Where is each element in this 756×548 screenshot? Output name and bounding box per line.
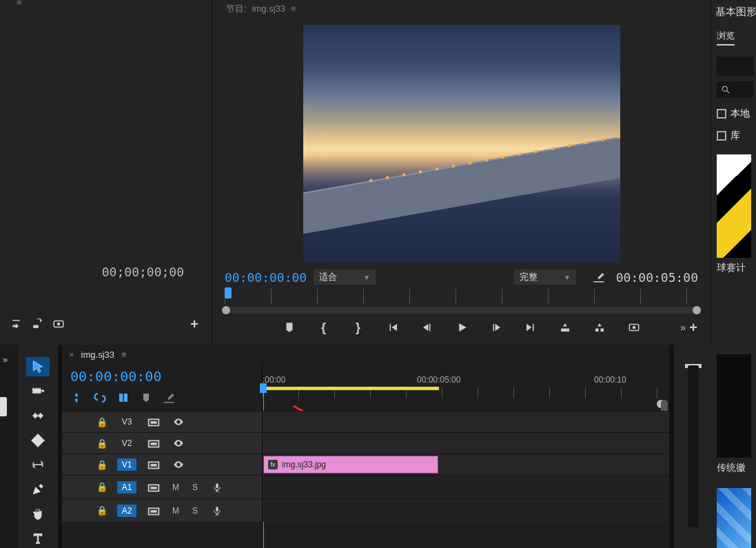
sync-lock-icon[interactable]	[146, 481, 161, 494]
svg-rect-12	[32, 434, 45, 447]
export-frame-icon[interactable]	[48, 314, 69, 334]
clip-imgsj33[interactable]: fx img.sj33.jpg	[263, 456, 438, 474]
timeline-ruler[interactable]: :00:00 00:00:05:00 00:00:10	[262, 364, 669, 411]
zoom-fit-dropdown[interactable]: 适合 ▼	[314, 270, 376, 285]
lock-icon[interactable]: 🔒	[96, 505, 108, 516]
template-thumbnail-3[interactable]	[717, 488, 751, 548]
template-thumbnail-1[interactable]	[717, 154, 751, 258]
mute-button[interactable]: M	[171, 506, 181, 516]
track-header-v1[interactable]: 🔒 V1	[62, 454, 262, 475]
play-icon[interactable]	[451, 317, 472, 338]
track-label-a1[interactable]: A1	[117, 481, 136, 494]
panel-menu-icon[interactable]: ≡	[17, 0, 22, 8]
step-forward-icon[interactable]	[486, 317, 507, 338]
export-frame-icon[interactable]	[624, 317, 644, 338]
insert-icon[interactable]	[7, 314, 28, 334]
resolution-dropdown[interactable]: 完整 ▼	[514, 270, 576, 285]
add-marker-icon[interactable]	[117, 392, 130, 406]
mark-in-icon[interactable]	[279, 317, 300, 338]
work-area-bar[interactable]	[263, 387, 439, 390]
overwrite-icon[interactable]	[28, 314, 48, 334]
timeline-current-timecode[interactable]: 00:00:00:00	[70, 368, 254, 385]
pen-tool[interactable]	[26, 480, 50, 499]
source-timecode[interactable]: 00;00;00;00	[0, 265, 212, 279]
program-time-ruler[interactable]	[225, 289, 698, 304]
timeline-marker-icon[interactable]	[141, 392, 152, 405]
lock-icon[interactable]: 🔒	[96, 438, 108, 449]
track-label-v1[interactable]: V1	[117, 458, 136, 471]
sequence-tab-close-icon[interactable]: ×	[69, 349, 74, 360]
sequence-tab-menu-icon[interactable]: ≡	[121, 349, 127, 360]
track-header-a2[interactable]: 🔒 A2 M S	[62, 499, 262, 522]
track-visibility-icon[interactable]	[171, 437, 186, 449]
voiceover-record-icon[interactable]	[210, 505, 225, 517]
track-visibility-icon[interactable]	[171, 458, 186, 471]
program-duration-timecode[interactable]: 00:00:05:00	[616, 270, 698, 285]
sync-lock-icon[interactable]	[146, 458, 161, 471]
graphics-search-input[interactable]	[717, 81, 753, 98]
track-body-v3[interactable]	[262, 412, 669, 432]
sync-lock-icon[interactable]	[146, 505, 161, 517]
sync-lock-icon[interactable]	[146, 416, 161, 428]
program-preview[interactable]	[212, 22, 711, 265]
track-header-v3[interactable]: 🔒 V3	[62, 412, 262, 432]
selection-tool[interactable]	[26, 357, 50, 376]
sequence-tab-name[interactable]: img.sj33	[81, 349, 114, 360]
voiceover-record-icon[interactable]	[210, 481, 225, 494]
panel-collapse-icon[interactable]: »	[3, 354, 8, 365]
track-row-a1: 🔒 A1 M S	[62, 475, 669, 498]
clip-fx-badge[interactable]: fx	[268, 460, 278, 469]
track-header-a1[interactable]: 🔒 A1 M S	[62, 476, 262, 498]
program-zoom-scrollbar[interactable]	[225, 307, 698, 314]
go-to-out-icon[interactable]	[520, 317, 541, 338]
track-visibility-icon[interactable]	[171, 416, 186, 428]
track-header-v2[interactable]: 🔒 V2	[62, 433, 262, 454]
track-body-v2[interactable]	[262, 433, 669, 454]
add-button-icon[interactable]: +	[184, 314, 205, 334]
extract-icon[interactable]	[589, 317, 610, 338]
mute-button[interactable]: M	[171, 483, 181, 492]
mark-in-bracket-icon[interactable]: {	[314, 317, 334, 338]
template-thumbnail-2[interactable]	[717, 354, 751, 458]
sync-lock-icon[interactable]	[146, 437, 161, 449]
tool-palette	[18, 345, 58, 548]
svg-point-9	[722, 86, 727, 91]
solo-button[interactable]: S	[190, 483, 200, 492]
program-current-timecode[interactable]: 00:00:00:00	[225, 270, 307, 285]
go-to-in-icon[interactable]	[382, 317, 403, 338]
linked-selection-icon[interactable]	[94, 392, 106, 406]
track-label-v2[interactable]: V2	[117, 437, 136, 449]
mark-out-bracket-icon[interactable]: }	[348, 317, 369, 338]
add-button-icon[interactable]: +	[683, 317, 704, 338]
template-label-1: 球赛计	[717, 262, 756, 274]
type-tool[interactable]	[26, 529, 50, 548]
track-label-a2[interactable]: A2	[117, 505, 136, 517]
lift-icon[interactable]	[555, 317, 575, 338]
snap-icon[interactable]	[70, 392, 83, 406]
track-body-a1[interactable]	[262, 476, 669, 498]
lock-icon[interactable]: 🔒	[96, 460, 108, 470]
lock-icon[interactable]: 🔒	[96, 482, 108, 492]
track-body-v1[interactable]: fx img.sj33.jpg	[262, 454, 669, 475]
solo-button[interactable]: S	[190, 506, 200, 516]
step-back-icon[interactable]	[417, 317, 438, 338]
timeline-settings-icon[interactable]	[163, 392, 175, 406]
audio-level-meter[interactable]	[688, 365, 699, 527]
program-playhead[interactable]	[225, 287, 232, 298]
lock-icon[interactable]: 🔒	[96, 417, 108, 427]
browse-tab[interactable]: 浏览	[717, 30, 735, 45]
razor-tool[interactable]	[26, 431, 50, 450]
hand-tool[interactable]	[26, 505, 50, 524]
track-label-v3[interactable]: V3	[117, 416, 136, 428]
local-filter-checkbox[interactable]: 本地	[717, 108, 756, 120]
project-tab-handle[interactable]	[0, 397, 7, 416]
program-sequence-name: img.sj33	[252, 3, 285, 14]
settings-wrench-icon[interactable]	[589, 267, 609, 287]
library-filter-checkbox[interactable]: 库	[717, 130, 756, 142]
ripple-edit-tool[interactable]	[26, 406, 50, 425]
graphics-search-bg[interactable]	[717, 57, 753, 76]
track-body-a2[interactable]	[262, 499, 669, 522]
panel-menu-icon[interactable]: ≡	[291, 3, 296, 14]
slip-tool[interactable]	[26, 456, 50, 475]
track-select-tool[interactable]	[26, 382, 50, 401]
